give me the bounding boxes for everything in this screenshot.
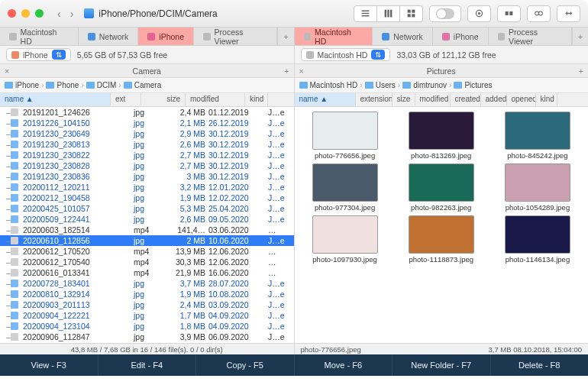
- new-tab-button[interactable]: +: [277, 28, 293, 45]
- file-row[interactable]: –20200610_112856jpg2 MB10.06.2020J…e: [0, 235, 294, 246]
- bottom-new-button[interactable]: New Folder - F7: [393, 354, 491, 376]
- tab-macintosh-hd[interactable]: Macintosh HD: [0, 28, 79, 45]
- thumbnail[interactable]: photo-1097930.jpeg: [298, 215, 393, 264]
- minimize-window-button[interactable]: [21, 9, 30, 18]
- tab-process-viewer[interactable]: Process Viewer: [194, 28, 277, 45]
- right-drive-select[interactable]: Macintosh HD ⇅: [301, 48, 391, 61]
- breadcrumb-item[interactable]: Pictures: [454, 81, 492, 89]
- file-kind: …: [267, 225, 289, 235]
- tab-network[interactable]: Network: [373, 28, 433, 45]
- close-tab-button[interactable]: ×: [299, 66, 304, 76]
- col-size[interactable]: size: [141, 93, 186, 106]
- thumbnail[interactable]: photo-1146134.jpeg: [490, 215, 585, 264]
- file-name: 20200810_132914: [21, 290, 132, 299]
- col-added[interactable]: added: [481, 93, 507, 106]
- toggle-hidden-button[interactable]: [429, 5, 461, 22]
- new-tab-button[interactable]: +: [572, 28, 588, 45]
- file-row[interactable]: –20200603_182514mp4141,4…03.06.2020…: [0, 225, 294, 235]
- col-modified[interactable]: modified: [186, 93, 245, 106]
- tab-macintosh-hd[interactable]: Macintosh HD: [295, 28, 373, 45]
- tabstrips-row: Macintosh HDNetworkiPhoneProcess Viewer+…: [0, 28, 588, 46]
- breadcrumb-item[interactable]: DCIM: [86, 81, 117, 89]
- breadcrumb-item[interactable]: Phone: [46, 81, 79, 89]
- file-row[interactable]: –20200906_112847jpg3,9 MB06.09.2020J…e: [0, 332, 294, 342]
- file-row[interactable]: –20191230_230822jpg2,7 MB30.12.2019J…e: [0, 150, 294, 160]
- file-row[interactable]: –20191230_230828jpg2,7 MB30.12.2019J…e: [0, 160, 294, 171]
- thumbnail[interactable]: photo-845242.jpeg: [490, 112, 585, 160]
- thumbnail-image: [312, 163, 378, 202]
- file-row[interactable]: –20191201_124626jpg2,4 MB01.12.2019J…e: [0, 107, 294, 118]
- col-kind[interactable]: kind: [536, 93, 557, 106]
- col-size[interactable]: size: [393, 93, 415, 106]
- thumbnail[interactable]: photo-982263.jpeg: [394, 163, 489, 212]
- file-row[interactable]: –20200903_201113jpg2,4 MB03.09.2020J…e: [0, 299, 294, 310]
- breadcrumb-item[interactable]: Camera: [124, 81, 162, 89]
- tab-process-viewer[interactable]: Process Viewer: [489, 28, 572, 45]
- file-row[interactable]: –20200212_190458jpg1,9 MB12.02.2020J…e: [0, 192, 294, 203]
- breadcrumb-item[interactable]: Users: [365, 81, 396, 89]
- drive-dropdown-icon[interactable]: ⇅: [52, 50, 66, 60]
- col-ext[interactable]: ext: [111, 93, 141, 106]
- view-list-button[interactable]: [354, 5, 377, 22]
- breadcrumb-item[interactable]: dimtrunov: [402, 81, 447, 89]
- sync-button[interactable]: [557, 5, 580, 22]
- tab-iphone[interactable]: iPhone: [433, 28, 489, 45]
- add-tab-button[interactable]: +: [284, 66, 289, 76]
- tab-iphone[interactable]: iPhone: [138, 28, 194, 45]
- forward-button[interactable]: ›: [70, 8, 74, 20]
- close-tab-button[interactable]: ×: [5, 66, 9, 76]
- thumbnail[interactable]: photo-813269.jpeg: [394, 112, 489, 160]
- thumbnail[interactable]: photo-776656.jpeg: [298, 112, 393, 160]
- col-modified[interactable]: modified: [415, 93, 451, 106]
- breadcrumb-item[interactable]: iPhone: [5, 81, 39, 89]
- close-window-button[interactable]: [8, 9, 16, 18]
- file-ext: mp4: [132, 257, 163, 267]
- thumbnail[interactable]: photo-1054289.jpeg: [490, 163, 585, 212]
- file-row[interactable]: –20200112_120211jpg3,2 MB12.01.2020J…e: [0, 182, 294, 192]
- thumbnail-image: [505, 215, 570, 254]
- zoom-window-button[interactable]: [35, 9, 44, 18]
- col-created[interactable]: created: [451, 93, 481, 106]
- bottom-delete-button[interactable]: Delete - F8: [491, 354, 589, 376]
- file-row[interactable]: –20200425_101057jpg5,3 MB25.04.2020J…e: [0, 203, 294, 214]
- col-opened[interactable]: opened: [507, 93, 536, 106]
- preview-button[interactable]: [467, 5, 491, 22]
- drive-name: Macintosh HD: [318, 50, 368, 60]
- left-drive-select[interactable]: iPhone ⇅: [6, 48, 71, 61]
- file-row[interactable]: –20191226_104150jpg2,1 MB26.12.2019J…e: [0, 118, 294, 128]
- file-row[interactable]: –20191230_230649jpg2,9 MB30.12.2019J…e: [0, 128, 294, 139]
- window-controls: [8, 9, 44, 18]
- view-columns-button[interactable]: [377, 5, 400, 22]
- col-extension[interactable]: extension: [356, 93, 393, 106]
- file-row[interactable]: –20200612_170540mp430,3 MB12.06.2020…: [0, 257, 294, 267]
- bottom-edit-button[interactable]: Edit - F4: [99, 354, 197, 376]
- file-name: 20191230_230813: [21, 140, 132, 149]
- brief-mode-button[interactable]: [497, 5, 521, 22]
- breadcrumb-item[interactable]: Macintosh HD: [299, 81, 358, 89]
- add-tab-button[interactable]: +: [579, 66, 583, 76]
- col-name[interactable]: name ▲: [295, 93, 356, 106]
- view-icons-button[interactable]: [400, 5, 423, 22]
- file-row[interactable]: –20200728_183401jpg3,7 MB28.07.2020J…e: [0, 278, 294, 289]
- full-mode-button[interactable]: [527, 5, 551, 22]
- file-row[interactable]: –20200509_122441jpg2,6 MB09.05.2020J…e: [0, 214, 294, 225]
- tab-network[interactable]: Network: [79, 28, 139, 45]
- thumbnail[interactable]: photo-977304.jpeg: [298, 163, 393, 212]
- file-row[interactable]: –20191230_230836jpg3 MB30.12.2019J…e: [0, 171, 294, 182]
- back-button[interactable]: ‹: [57, 8, 61, 20]
- right-free-space: 33,03 GB of 121,12 GB free: [396, 50, 496, 60]
- file-modified: 30.12.2019: [207, 140, 267, 149]
- bottom-copy-button[interactable]: Copy - F5: [196, 354, 295, 376]
- col-name[interactable]: name ▲: [0, 93, 111, 106]
- col-kind[interactable]: kind: [245, 93, 268, 106]
- drive-dropdown-icon[interactable]: ⇅: [371, 50, 385, 60]
- thumbnail[interactable]: photo-1118873.jpeg: [394, 215, 489, 264]
- file-row[interactable]: –20200810_132914jpg1,9 MB10.08.2020J…e: [0, 289, 294, 299]
- bottom-view-button[interactable]: View - F3: [0, 354, 99, 376]
- file-row[interactable]: –20200616_013341mp421,9 MB16.06.2020…: [0, 267, 294, 278]
- bottom-move-button[interactable]: Move - F6: [295, 354, 393, 376]
- file-row[interactable]: –20200904_123104jpg1,8 MB04.09.2020J…e: [0, 321, 294, 332]
- file-row[interactable]: –20200612_170520mp413,9 MB12.06.2020…: [0, 246, 294, 257]
- file-row[interactable]: –20191230_230813jpg2,6 MB30.12.2019J…e: [0, 139, 294, 150]
- file-row[interactable]: –20200904_122221jpg1,7 MB04.09.2020J…e: [0, 310, 294, 321]
